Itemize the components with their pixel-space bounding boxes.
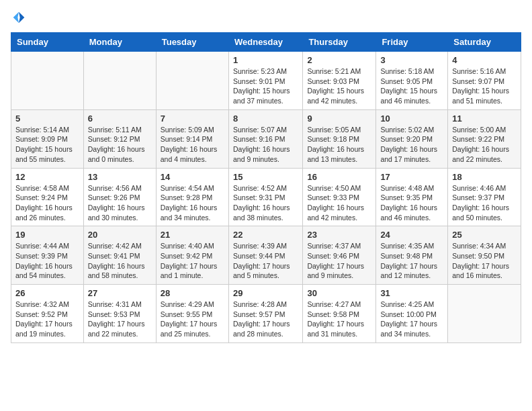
calendar-cell: 27Sunrise: 4:31 AM Sunset: 9:53 PM Dayli… xyxy=(83,285,156,343)
calendar-cell: 3Sunrise: 5:18 AM Sunset: 9:05 PM Daylig… xyxy=(376,52,448,110)
page-header xyxy=(11,11,521,24)
calendar-cell: 26Sunrise: 4:32 AM Sunset: 9:52 PM Dayli… xyxy=(11,285,84,343)
calendar-week-2: 5Sunrise: 5:14 AM Sunset: 9:09 PM Daylig… xyxy=(11,109,521,168)
calendar-cell: 22Sunrise: 4:39 AM Sunset: 9:44 PM Dayli… xyxy=(228,226,302,285)
day-number: 6 xyxy=(88,113,152,124)
logo-icon xyxy=(12,11,26,24)
day-number: 18 xyxy=(452,172,517,182)
calendar-week-4: 19Sunrise: 4:44 AM Sunset: 9:39 PM Dayli… xyxy=(11,226,521,285)
day-number: 29 xyxy=(233,288,298,298)
day-number: 16 xyxy=(307,172,371,182)
day-number: 26 xyxy=(15,288,79,298)
calendar-cell: 20Sunrise: 4:42 AM Sunset: 9:41 PM Dayli… xyxy=(83,226,156,285)
calendar-cell: 5Sunrise: 5:14 AM Sunset: 9:09 PM Daylig… xyxy=(11,109,84,168)
day-header-monday: Monday xyxy=(83,33,156,52)
day-number: 2 xyxy=(307,55,371,65)
calendar-cell: 4Sunrise: 5:16 AM Sunset: 9:07 PM Daylig… xyxy=(448,52,521,110)
day-info: Sunrise: 5:02 AM Sunset: 9:20 PM Dayligh… xyxy=(380,125,443,165)
day-header-thursday: Thursday xyxy=(303,33,376,52)
day-number: 15 xyxy=(233,172,298,182)
calendar-cell xyxy=(83,52,156,110)
calendar-week-1: 1Sunrise: 5:23 AM Sunset: 9:01 PM Daylig… xyxy=(11,52,521,110)
day-header-tuesday: Tuesday xyxy=(156,33,228,52)
day-header-wednesday: Wednesday xyxy=(228,33,302,52)
day-info: Sunrise: 4:42 AM Sunset: 9:41 PM Dayligh… xyxy=(88,241,152,281)
day-number: 9 xyxy=(307,113,371,124)
calendar-cell xyxy=(156,52,228,110)
calendar-cell: 14Sunrise: 4:54 AM Sunset: 9:28 PM Dayli… xyxy=(156,168,228,226)
day-info: Sunrise: 5:23 AM Sunset: 9:01 PM Dayligh… xyxy=(233,66,298,106)
calendar-cell: 9Sunrise: 5:05 AM Sunset: 9:18 PM Daylig… xyxy=(303,109,376,168)
day-info: Sunrise: 4:32 AM Sunset: 9:52 PM Dayligh… xyxy=(15,300,79,339)
day-info: Sunrise: 5:11 AM Sunset: 9:12 PM Dayligh… xyxy=(88,125,152,165)
day-info: Sunrise: 4:25 AM Sunset: 10:00 PM Daylig… xyxy=(380,300,443,339)
day-number: 4 xyxy=(452,55,517,65)
calendar-cell: 17Sunrise: 4:48 AM Sunset: 9:35 PM Dayli… xyxy=(376,168,448,226)
svg-marker-0 xyxy=(19,12,24,24)
day-info: Sunrise: 5:16 AM Sunset: 9:07 PM Dayligh… xyxy=(452,66,517,106)
day-info: Sunrise: 4:29 AM Sunset: 9:55 PM Dayligh… xyxy=(161,300,224,339)
day-info: Sunrise: 5:09 AM Sunset: 9:14 PM Dayligh… xyxy=(161,125,224,165)
logo xyxy=(11,11,26,24)
day-info: Sunrise: 5:14 AM Sunset: 9:09 PM Dayligh… xyxy=(15,125,79,165)
day-info: Sunrise: 5:18 AM Sunset: 9:05 PM Dayligh… xyxy=(380,66,443,106)
calendar-cell: 31Sunrise: 4:25 AM Sunset: 10:00 PM Dayl… xyxy=(376,285,448,343)
day-number: 5 xyxy=(15,113,79,124)
day-header-saturday: Saturday xyxy=(448,33,521,52)
calendar-week-5: 26Sunrise: 4:32 AM Sunset: 9:52 PM Dayli… xyxy=(11,285,521,343)
calendar-cell: 24Sunrise: 4:35 AM Sunset: 9:48 PM Dayli… xyxy=(376,226,448,285)
calendar-cell: 12Sunrise: 4:58 AM Sunset: 9:24 PM Dayli… xyxy=(11,168,84,226)
calendar-cell: 21Sunrise: 4:40 AM Sunset: 9:42 PM Dayli… xyxy=(156,226,228,285)
calendar-cell: 30Sunrise: 4:27 AM Sunset: 9:58 PM Dayli… xyxy=(303,285,376,343)
calendar-cell: 25Sunrise: 4:34 AM Sunset: 9:50 PM Dayli… xyxy=(448,226,521,285)
day-info: Sunrise: 4:50 AM Sunset: 9:33 PM Dayligh… xyxy=(307,183,371,223)
day-number: 12 xyxy=(15,172,79,182)
calendar-cell xyxy=(448,285,521,343)
day-number: 19 xyxy=(15,230,79,240)
calendar-cell: 1Sunrise: 5:23 AM Sunset: 9:01 PM Daylig… xyxy=(228,52,302,110)
calendar-header-row: SundayMondayTuesdayWednesdayThursdayFrid… xyxy=(11,33,521,52)
day-number: 22 xyxy=(233,230,298,240)
day-number: 10 xyxy=(380,113,443,124)
calendar-cell: 11Sunrise: 5:00 AM Sunset: 9:22 PM Dayli… xyxy=(448,109,521,168)
day-number: 8 xyxy=(233,113,298,124)
day-number: 27 xyxy=(88,288,152,298)
day-info: Sunrise: 4:58 AM Sunset: 9:24 PM Dayligh… xyxy=(15,183,79,223)
day-info: Sunrise: 4:37 AM Sunset: 9:46 PM Dayligh… xyxy=(307,241,371,281)
day-number: 7 xyxy=(161,113,224,124)
day-number: 3 xyxy=(380,55,443,65)
calendar-cell: 29Sunrise: 4:28 AM Sunset: 9:57 PM Dayli… xyxy=(228,285,302,343)
calendar-week-3: 12Sunrise: 4:58 AM Sunset: 9:24 PM Dayli… xyxy=(11,168,521,226)
day-number: 25 xyxy=(452,230,517,240)
day-info: Sunrise: 4:40 AM Sunset: 9:42 PM Dayligh… xyxy=(161,241,224,281)
day-info: Sunrise: 5:07 AM Sunset: 9:16 PM Dayligh… xyxy=(233,125,298,165)
calendar-cell: 8Sunrise: 5:07 AM Sunset: 9:16 PM Daylig… xyxy=(228,109,302,168)
day-info: Sunrise: 5:21 AM Sunset: 9:03 PM Dayligh… xyxy=(307,66,371,106)
calendar-cell: 7Sunrise: 5:09 AM Sunset: 9:14 PM Daylig… xyxy=(156,109,228,168)
day-number: 21 xyxy=(161,230,224,240)
calendar-cell: 2Sunrise: 5:21 AM Sunset: 9:03 PM Daylig… xyxy=(303,52,376,110)
calendar-cell: 16Sunrise: 4:50 AM Sunset: 9:33 PM Dayli… xyxy=(303,168,376,226)
day-info: Sunrise: 4:46 AM Sunset: 9:37 PM Dayligh… xyxy=(452,183,517,223)
day-info: Sunrise: 4:39 AM Sunset: 9:44 PM Dayligh… xyxy=(233,241,298,281)
calendar-cell: 19Sunrise: 4:44 AM Sunset: 9:39 PM Dayli… xyxy=(11,226,84,285)
day-header-sunday: Sunday xyxy=(11,33,84,52)
day-info: Sunrise: 4:54 AM Sunset: 9:28 PM Dayligh… xyxy=(161,183,224,223)
day-info: Sunrise: 4:27 AM Sunset: 9:58 PM Dayligh… xyxy=(307,300,371,339)
day-number: 28 xyxy=(161,288,224,298)
day-info: Sunrise: 4:56 AM Sunset: 9:26 PM Dayligh… xyxy=(88,183,152,223)
day-number: 31 xyxy=(380,288,443,298)
svg-marker-1 xyxy=(13,12,19,24)
day-info: Sunrise: 4:44 AM Sunset: 9:39 PM Dayligh… xyxy=(15,241,79,281)
day-info: Sunrise: 4:48 AM Sunset: 9:35 PM Dayligh… xyxy=(380,183,443,223)
calendar-cell: 13Sunrise: 4:56 AM Sunset: 9:26 PM Dayli… xyxy=(83,168,156,226)
day-number: 1 xyxy=(233,55,298,65)
calendar-cell: 23Sunrise: 4:37 AM Sunset: 9:46 PM Dayli… xyxy=(303,226,376,285)
day-number: 24 xyxy=(380,230,443,240)
day-info: Sunrise: 4:31 AM Sunset: 9:53 PM Dayligh… xyxy=(88,300,152,339)
day-info: Sunrise: 4:34 AM Sunset: 9:50 PM Dayligh… xyxy=(452,241,517,281)
calendar-cell: 10Sunrise: 5:02 AM Sunset: 9:20 PM Dayli… xyxy=(376,109,448,168)
day-info: Sunrise: 5:00 AM Sunset: 9:22 PM Dayligh… xyxy=(452,125,517,165)
day-number: 20 xyxy=(88,230,152,240)
day-number: 13 xyxy=(88,172,152,182)
